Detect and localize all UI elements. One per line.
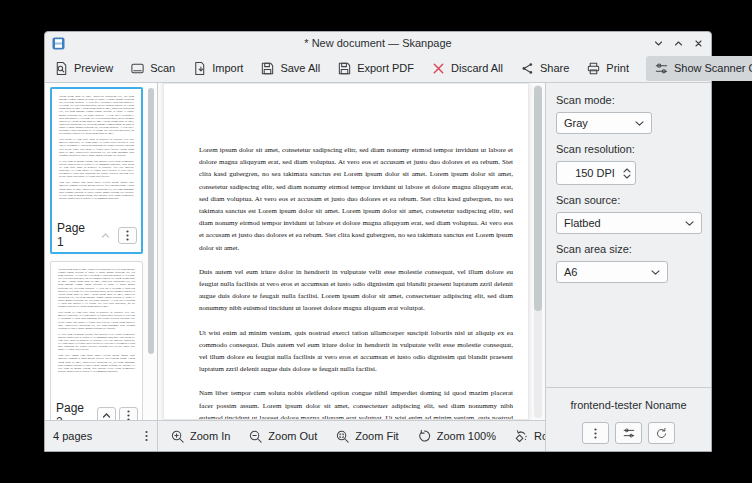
share-icon — [520, 61, 535, 76]
page-1-label: Page 1 — [57, 221, 93, 249]
show-scanner-options-button[interactable]: Show Scanner Options — [646, 56, 752, 81]
kebab-icon — [141, 429, 152, 443]
paragraph: Nam liber tempor cum soluta nobis eleife… — [199, 387, 513, 420]
chevron-down-icon — [685, 220, 694, 227]
refresh-icon — [655, 427, 668, 440]
move-page-1-up-button[interactable] — [96, 227, 115, 244]
preview-button[interactable]: Preview — [54, 61, 113, 76]
chevron-up-icon — [101, 410, 112, 421]
save-icon — [260, 61, 275, 76]
document-scrollbar[interactable] — [534, 86, 542, 311]
zoom-out-icon — [248, 429, 263, 444]
spin-up-icon — [623, 168, 631, 173]
zoom-out-button[interactable]: Zoom Out — [248, 429, 317, 444]
paragraph: Lorem ipsum dolor sit amet, consetetur s… — [199, 144, 513, 254]
save-all-button[interactable]: Save All — [260, 61, 320, 76]
page-count: 4 pages — [53, 430, 141, 442]
scan-button[interactable]: Scan — [130, 61, 175, 76]
zoom-fit-icon — [335, 429, 350, 444]
export-pdf-button[interactable]: Export PDF — [337, 61, 414, 76]
chevron-down-icon — [635, 120, 644, 127]
scanner-device-name: frontend-tester Noname — [552, 399, 705, 411]
thumbnail-scrollbar[interactable] — [148, 88, 154, 354]
export-pdf-icon — [337, 61, 352, 76]
thumbnail-page-2[interactable]: Lorem ipsum dolor sit amet, consetetur s… — [50, 261, 143, 420]
window-title: * New document — Skanpage — [45, 37, 711, 49]
document-page: Lorem ipsum dolor sit amet, consetetur s… — [163, 83, 529, 420]
page-1-menu-button[interactable] — [118, 227, 137, 244]
import-icon — [192, 61, 207, 76]
discard-x-icon — [431, 61, 446, 76]
close-button[interactable] — [693, 38, 704, 49]
scan-mode-label: Scan mode: — [556, 94, 701, 106]
share-button[interactable]: Share — [520, 61, 569, 76]
spin-down-icon — [623, 174, 631, 179]
scan-area-size-select[interactable]: A6 — [556, 261, 668, 283]
zoom-in-button[interactable]: Zoom In — [170, 429, 230, 444]
page-1-preview: Lorem ipsum dolor sit amet, consetetur s… — [52, 89, 141, 218]
page-2-preview: Lorem ipsum dolor sit amet, consetetur s… — [51, 262, 142, 398]
document-view[interactable]: Lorem ipsum dolor sit amet, consetetur s… — [158, 83, 545, 420]
preview-icon — [54, 61, 69, 76]
print-button[interactable]: Print — [586, 61, 629, 76]
thumbnail-panel: Lorem ipsum dolor sit amet, consetetur s… — [45, 83, 158, 451]
page-2-label: Page 2 — [56, 401, 94, 420]
rotate-left-icon — [514, 429, 529, 444]
thumbnail-page-1[interactable]: Lorem ipsum dolor sit amet, consetetur s… — [50, 87, 143, 254]
scan-resolution-label: Scan resolution: — [556, 143, 701, 155]
scan-area-size-label: Scan area size: — [556, 243, 701, 255]
reload-devices-button[interactable] — [648, 422, 675, 444]
main-toolbar: Preview Scan Import Save All — [45, 54, 711, 83]
zoom-toolbar: Zoom In Zoom Out Zoom Fit — [158, 420, 545, 451]
minimize-button[interactable] — [653, 38, 664, 49]
titlebar[interactable]: * New document — Skanpage — [45, 32, 711, 54]
print-icon — [586, 61, 601, 76]
kebab-icon — [122, 229, 133, 242]
device-settings-button[interactable] — [615, 422, 642, 444]
scan-resolution-spinbox[interactable]: 150 DPI — [556, 161, 636, 185]
kebab-icon — [590, 427, 601, 440]
scanner-options-panel: Scan mode: Gray Scan resolution: 150 DPI… — [545, 83, 711, 451]
move-page-2-up-button[interactable] — [97, 407, 116, 421]
maximize-button[interactable] — [673, 38, 684, 49]
import-button[interactable]: Import — [192, 61, 243, 76]
zoom-original-icon — [417, 429, 432, 444]
sliders-icon — [622, 426, 636, 440]
scanner-icon — [130, 61, 145, 76]
device-menu-button[interactable] — [582, 422, 609, 444]
kebab-icon — [123, 409, 134, 421]
chevron-down-icon — [651, 269, 660, 276]
sliders-icon — [654, 61, 669, 76]
discard-all-button[interactable]: Discard All — [431, 61, 503, 76]
skanpage-window: * New document — Skanpage Preview — [44, 31, 712, 452]
paragraph: Ut wisi enim ad minim veniam, quis nostr… — [199, 327, 513, 376]
page-2-menu-button[interactable] — [119, 407, 138, 421]
scan-mode-select[interactable]: Gray — [556, 112, 652, 134]
zoom-in-icon — [170, 429, 185, 444]
scan-source-label: Scan source: — [556, 194, 701, 206]
zoom-100-button[interactable]: Zoom 100% — [417, 429, 496, 444]
zoom-fit-button[interactable]: Zoom Fit — [335, 429, 398, 444]
paragraph: Duis autem vel eum iriure dolor in hendr… — [199, 266, 513, 315]
pages-menu-button[interactable] — [141, 429, 152, 443]
scan-source-select[interactable]: Flatbed — [556, 212, 702, 234]
